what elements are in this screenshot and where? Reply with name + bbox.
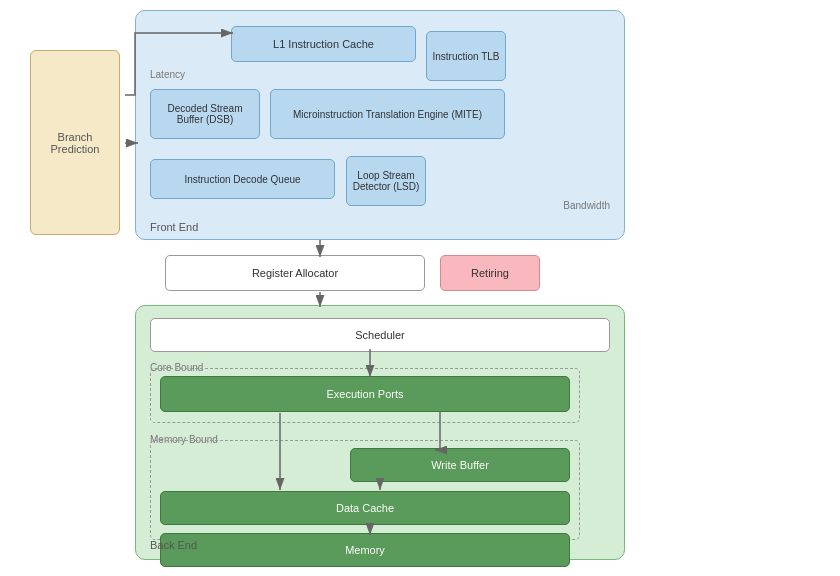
- l1-cache-box: L1 Instruction Cache: [231, 26, 416, 62]
- back-end-label: Back End: [150, 539, 197, 551]
- execution-ports-box: Execution Ports: [160, 376, 570, 412]
- mite-box: Microinstruction Translation Engine (MIT…: [270, 89, 505, 139]
- instruction-tlb-box: Instruction TLB: [426, 31, 506, 81]
- lsd-box: Loop Stream Detector (LSD): [346, 156, 426, 206]
- scheduler-box: Scheduler: [150, 318, 610, 352]
- back-end-region: Scheduler Core Bound Execution Ports Mem…: [135, 305, 625, 560]
- branch-prediction-box: Branch Prediction: [30, 50, 120, 235]
- data-cache-box: Data Cache: [160, 491, 570, 525]
- memory-box: Memory: [160, 533, 570, 567]
- dsb-box: Decoded Stream Buffer (DSB): [150, 89, 260, 139]
- bandwidth-label: Bandwidth: [563, 200, 610, 211]
- idq-box: Instruction Decode Queue: [150, 159, 335, 199]
- diagram-container: Branch Prediction Latency L1 Instruction…: [0, 0, 840, 576]
- register-allocator-box: Register Allocator: [165, 255, 425, 291]
- write-buffer-box: Write Buffer: [350, 448, 570, 482]
- branch-prediction-label: Branch Prediction: [39, 131, 111, 155]
- retiring-box: Retiring: [440, 255, 540, 291]
- latency-label: Latency: [150, 69, 185, 80]
- front-end-region: Latency L1 Instruction Cache Instruction…: [135, 10, 625, 240]
- front-end-label: Front End: [150, 221, 198, 233]
